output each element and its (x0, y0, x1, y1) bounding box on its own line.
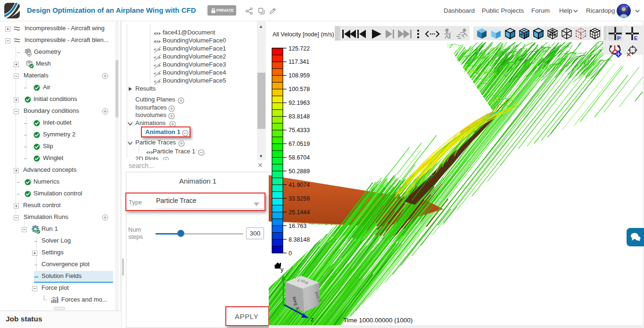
svg-text:117.341: 117.341 (289, 59, 309, 65)
svg-text:P: P (617, 35, 620, 41)
svg-text:z: z (311, 316, 314, 323)
svg-text:58.6704: 58.6704 (289, 154, 310, 161)
svg-text:100.578: 100.578 (289, 86, 310, 93)
svg-text:75.4333: 75.4333 (289, 127, 310, 134)
svg-text:Time 1000.00000 (1000): Time 1000.00000 (1000) (343, 317, 413, 324)
svg-text:16.763: 16.763 (289, 223, 306, 229)
svg-text:50.2889: 50.2889 (289, 168, 310, 175)
svg-text:67.0519: 67.0519 (289, 141, 310, 147)
svg-text:83.8148: 83.8148 (289, 113, 310, 120)
svg-text:E: E (634, 35, 637, 41)
svg-text:125.722: 125.722 (289, 45, 310, 52)
svg-text:108.959: 108.959 (289, 72, 310, 79)
svg-text:8.38148: 8.38148 (289, 236, 310, 243)
svg-text:33.5259: 33.5259 (289, 195, 310, 202)
svg-text:25.1444: 25.1444 (289, 209, 310, 216)
svg-text:92.1963: 92.1963 (289, 100, 310, 106)
svg-text:y: y (281, 266, 284, 273)
svg-text:0: 0 (289, 250, 292, 257)
svg-text:41.9074: 41.9074 (289, 182, 310, 188)
